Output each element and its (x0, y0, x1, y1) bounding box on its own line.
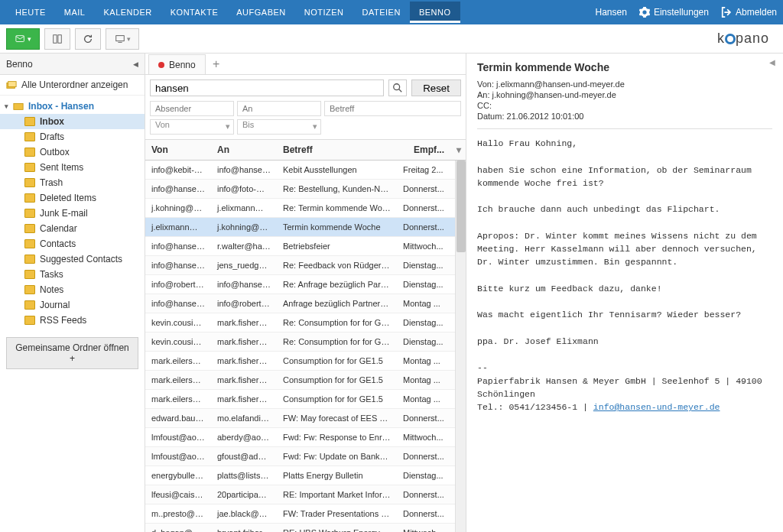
nav-item-mail[interactable]: MAIL (55, 2, 95, 23)
folder-outbox[interactable]: Outbox (0, 144, 145, 160)
tab-benno[interactable]: Benno (148, 54, 206, 74)
contacts-icon (24, 255, 35, 264)
table-row[interactable]: edward.baugh...mo.elafandi@...FW: May fo… (145, 409, 455, 428)
inbox-icon (13, 101, 24, 112)
cell-von: mark.eilers@e... (145, 352, 211, 370)
cell-betreff: Anfrage bezüglich Partnerschaft (277, 294, 397, 313)
table-row[interactable]: lmfoust@aol.c...gfoust@adelp...Fwd: Fw: … (145, 447, 455, 466)
compose-button[interactable]: ▾ (6, 28, 40, 50)
table-row[interactable]: info@hansen-...info@foto-man...Re: Beste… (145, 180, 455, 199)
folder-contacts[interactable]: Contacts (0, 236, 145, 251)
table-row[interactable]: mark.eilers@e...mark.fisher@e...Consumpt… (145, 390, 455, 409)
search-input[interactable] (150, 79, 384, 96)
open-shared-folders-button[interactable]: Gemeinsame Ordner öffnen + (6, 337, 138, 369)
cell-an: mark.fisher@e... (211, 313, 277, 332)
cell-von: lfeusi@caiso... (145, 485, 211, 504)
scrollbar[interactable] (455, 161, 466, 532)
table-row[interactable]: m..presto@en...jae.black@enr...FW: Trade… (145, 504, 455, 524)
content-tabs: Benno + (145, 54, 466, 75)
nav-item-aufgaben[interactable]: AUFGABEN (227, 2, 295, 23)
tree-root-label: Inbox - Hansen (28, 101, 94, 112)
table-row[interactable]: info@hansen-...r.walter@hans...Betriebsf… (145, 237, 455, 256)
cell-von: info@hansen-... (145, 294, 211, 313)
cell-von: info@hansen-... (145, 256, 211, 274)
folder-trash[interactable]: Trash (0, 175, 145, 190)
cell-betreff: Re: Termin kommende Woche (277, 199, 397, 217)
table-row[interactable]: lfeusi@caiso...20participants...RE: Impo… (145, 485, 455, 504)
table-row[interactable]: kevin.cousine...mark.fisher@e...Re: Cons… (145, 313, 455, 332)
folder-label: Junk E-mail (40, 208, 88, 219)
notes-icon (24, 285, 35, 294)
cell-betreff: Re: Consumption for for GE1.5 (277, 332, 397, 351)
cell-date: Mittwoch... (397, 524, 455, 532)
table-row[interactable]: info@hansen-...info@robert-dr...Anfrage … (145, 294, 455, 313)
filter-an[interactable] (237, 101, 321, 116)
reset-button[interactable]: Reset (411, 79, 461, 96)
table-row[interactable]: mark.eilers@e...mark.fisher@e...Consumpt… (145, 352, 455, 371)
preview-cc: CC: (477, 101, 772, 110)
chevron-left-icon[interactable]: ◀ (769, 58, 775, 66)
show-all-subfolders[interactable]: Alle Unterordner anzeigen (0, 75, 145, 96)
folder-junk-e-mail[interactable]: Junk E-mail (0, 206, 145, 221)
rss-icon (24, 316, 35, 325)
date-to-select[interactable]: Bis (237, 119, 321, 135)
table-row[interactable]: kevin.cousine...mark.fisher@e...Re: Cons… (145, 332, 455, 352)
folder-notes[interactable]: Notes (0, 282, 145, 297)
col-betreff[interactable]: Betreff (277, 140, 408, 160)
add-tab-button[interactable]: + (207, 54, 226, 74)
refresh-button[interactable] (75, 28, 101, 50)
table-row[interactable]: d..hogan@enr...bryant.frihart...RE: UBS … (145, 524, 455, 532)
nav-item-heute[interactable]: HEUTE (6, 2, 55, 23)
filter-betreff[interactable] (324, 101, 461, 116)
svg-point-8 (394, 84, 400, 90)
chevron-left-icon[interactable]: ◀ (133, 60, 138, 68)
svg-rect-6 (8, 82, 17, 87)
table-row[interactable]: info@hansen-...jens_ruedger...Re: Feedba… (145, 256, 455, 275)
logout-link[interactable]: Abmelden (721, 7, 777, 18)
search-button[interactable] (388, 79, 407, 96)
preview-from: Von: j.elixmann@hansen-und-meyer.de (477, 79, 772, 89)
table-row[interactable]: lmfoust@aol.c...aberdy@aol.c...Fwd: Fw: … (145, 428, 455, 447)
folder-deleted-items[interactable]: Deleted Items (0, 190, 145, 206)
cell-von: info@hansen-... (145, 237, 211, 255)
grid-body[interactable]: info@kebit-au...info@hansen-...Kebit Aus… (145, 161, 455, 532)
toolbar-button-1[interactable] (44, 28, 70, 50)
filter-absender[interactable] (150, 101, 234, 116)
folder-rss-feeds[interactable]: RSS Feeds (0, 313, 145, 328)
svg-rect-2 (58, 34, 61, 43)
folder-journal[interactable]: Journal (0, 297, 145, 313)
col-an[interactable]: An (211, 140, 277, 160)
signature-email-link[interactable]: info@hansen-und-meyer.de (593, 402, 720, 412)
folder-tasks[interactable]: Tasks (0, 267, 145, 282)
cell-von: j.kohning@ha... (145, 199, 211, 217)
col-empf[interactable]: Empf... (408, 140, 466, 160)
trash-icon (24, 178, 35, 187)
tab-label: Benno (169, 60, 196, 70)
nav-item-notizen[interactable]: NOTIZEN (295, 2, 353, 23)
folder-suggested-contacts[interactable]: Suggested Contacts (0, 251, 145, 267)
table-row[interactable]: j.elixmann@h...j.kohning@ha...Termin kom… (145, 218, 455, 237)
cell-an: info@robert-dr... (211, 294, 277, 313)
nav-item-kalender[interactable]: KALENDER (94, 2, 161, 23)
folder-drafts[interactable]: Drafts (0, 129, 145, 144)
folder-sent-items[interactable]: Sent Items (0, 160, 145, 175)
folder-label: Inbox (40, 116, 64, 127)
nav-item-benno[interactable]: BENNO (410, 2, 460, 23)
table-row[interactable]: energybulletin...platts@listser...Platts… (145, 466, 455, 485)
nav-item-kontakte[interactable]: KONTAKTE (161, 2, 227, 23)
scrollbar-thumb[interactable] (456, 161, 466, 252)
settings-link[interactable]: Einstellungen (639, 7, 709, 18)
folder-inbox[interactable]: Inbox (0, 114, 145, 129)
table-row[interactable]: j.kohning@ha...j.elixmann@h...Re: Termin… (145, 199, 455, 218)
col-von[interactable]: Von (145, 140, 211, 160)
user-name[interactable]: Hansen (596, 7, 627, 18)
toolbar-button-3[interactable]: ▾ (106, 28, 139, 50)
table-row[interactable]: info@robert-dr...info@hansen-...Re: Anfr… (145, 275, 455, 294)
date-from-select[interactable]: Von (150, 119, 234, 135)
table-row[interactable]: mark.eilers@e...mark.fisher@e...Consumpt… (145, 371, 455, 390)
folder-calendar[interactable]: Calendar (0, 221, 145, 236)
table-row[interactable]: info@kebit-au...info@hansen-...Kebit Aus… (145, 161, 455, 180)
nav-item-dateien[interactable]: DATEIEN (353, 2, 410, 23)
tree-root[interactable]: ▾ Inbox - Hansen (0, 99, 145, 114)
logout-icon (721, 7, 732, 18)
